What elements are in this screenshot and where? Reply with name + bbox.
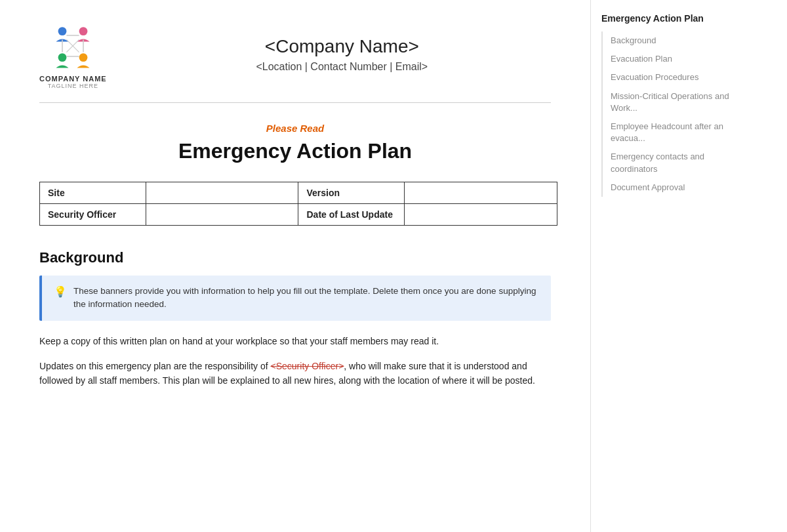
sidebar-item-emergency-contacts[interactable]: Emergency contacts and coordinators (603, 148, 757, 178)
security-officer-label: Security Officer (40, 204, 146, 226)
header-text: <Company Name> <Location | Contact Numbe… (133, 36, 551, 73)
sidebar-item-mission-critical[interactable]: Mission-Critical Operations and Work... (603, 87, 757, 117)
please-read-label: Please Read (266, 123, 324, 134)
logo-company-name: COMPANY NAME (39, 75, 107, 83)
document-header: COMPANY NAME TAGLINE HERE <Company Name>… (39, 20, 551, 103)
company-logo (47, 20, 99, 72)
svg-point-0 (58, 27, 67, 35)
version-label: Version (298, 182, 405, 204)
body-text-1: Keep a copy of this written plan on hand… (39, 334, 551, 348)
sidebar-item-evacuation-procedures[interactable]: Evacuation Procedures (603, 68, 757, 87)
sidebar-item-evacuation-plan[interactable]: Evacuation Plan (603, 50, 757, 68)
logo-tagline: TAGLINE HERE (48, 83, 98, 89)
table-row-2: Security Officer Date of Last Update (40, 204, 557, 226)
background-heading: Background (39, 249, 551, 266)
sidebar: Emergency Action Plan Background Evacuat… (590, 0, 767, 532)
svg-point-1 (79, 27, 88, 35)
sidebar-item-document-approval[interactable]: Document Approval (603, 178, 757, 197)
security-officer-link[interactable]: <Security Officer> (271, 361, 344, 371)
table-row-1: Site Version (40, 182, 557, 204)
site-value[interactable] (146, 182, 298, 204)
sidebar-item-employee-headcount[interactable]: Employee Headcount after an evacua... (603, 117, 757, 148)
logo-area: COMPANY NAME TAGLINE HERE (39, 20, 107, 89)
please-read-section: Please Read (39, 123, 551, 134)
body2-prefix: Updates on this emergency plan are the r… (39, 361, 271, 371)
site-label: Site (40, 182, 146, 204)
date-value[interactable] (405, 204, 557, 226)
svg-point-3 (79, 53, 88, 62)
lightbulb-icon: 💡 (54, 285, 67, 298)
company-subtitle: <Location | Contact Number | Email> (133, 61, 551, 73)
document-title: Emergency Action Plan (39, 139, 551, 163)
security-officer-value[interactable] (146, 204, 298, 226)
sidebar-title: Emergency Action Plan (601, 13, 757, 24)
body-text-2: Updates on this emergency plan are the r… (39, 359, 551, 388)
svg-point-2 (58, 53, 67, 62)
sidebar-item-background[interactable]: Background (603, 31, 757, 50)
date-label: Date of Last Update (298, 204, 405, 226)
banner-text: These banners provide you with informati… (73, 285, 539, 312)
company-title: <Company Name> (133, 36, 551, 57)
page-layout: COMPANY NAME TAGLINE HERE <Company Name>… (0, 0, 787, 532)
version-value[interactable] (405, 182, 557, 204)
main-content: COMPANY NAME TAGLINE HERE <Company Name>… (0, 0, 590, 532)
info-banner: 💡 These banners provide you with informa… (39, 276, 551, 321)
sidebar-nav: Background Evacuation Plan Evacuation Pr… (601, 31, 757, 197)
info-table: Site Version Security Officer Date of La… (39, 182, 557, 226)
